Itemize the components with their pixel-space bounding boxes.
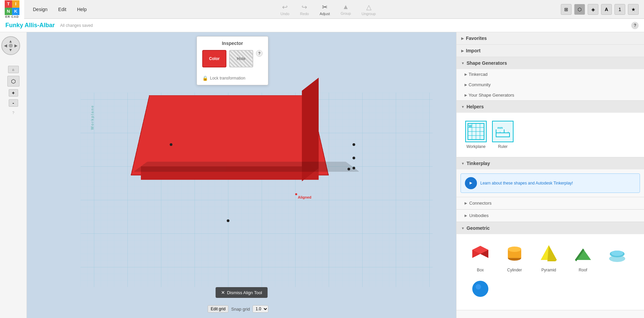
edit-menu-btn[interactable]: Edit [54, 5, 71, 14]
handle-mr[interactable] [353, 157, 355, 159]
geometric-header[interactable]: Geometric [457, 222, 644, 234]
ungroup-btn[interactable]: △ Ungroup [359, 2, 378, 17]
your-generators-subsection[interactable]: Your Shape Generators [457, 90, 644, 100]
box-shape-item[interactable]: Box [465, 242, 495, 272]
sphere2-shape-item[interactable] [465, 276, 495, 302]
adjust-btn[interactable]: ✂ Adjust [317, 2, 333, 17]
design-menu-btn[interactable]: Design [28, 5, 52, 14]
svg-point-23 [508, 247, 521, 252]
favorites-arrow [461, 37, 464, 40]
lock-row: 🔒 Lock transformation [202, 75, 263, 81]
undo-icon: ↩ [282, 3, 288, 11]
help-icon-btn[interactable]: ? [631, 22, 639, 29]
workplane-icon: W [465, 121, 487, 142]
pyramid-shape-item[interactable]: Pyramid [534, 242, 564, 272]
import-header[interactable]: Import [457, 45, 644, 57]
tinkerplay-link[interactable]: Learn about these shapes and Autodesk Ti… [461, 173, 640, 193]
toolbar-right: ⊞ ⬡ ◈ A 1 ★ [561, 4, 644, 15]
wireframe-view-btn[interactable]: ◈ [588, 4, 598, 15]
nav-menu: Design Edit Help [24, 5, 96, 14]
dismiss-x-icon: ✕ [221, 290, 225, 295]
handle-bl[interactable] [227, 219, 229, 222]
grid-view-btn[interactable]: ⊞ [561, 4, 572, 15]
dismiss-label: Dismiss Align Tool [227, 290, 262, 295]
tinkerplay-section: Tinkerplay Learn about these shapes and … [457, 157, 644, 197]
topbar: T I N K ER CAD Design Edit Help ↩ Undo ↪… [0, 0, 644, 19]
dismiss-align-tool-btn[interactable]: ✕ Dismiss Align Tool [216, 287, 268, 298]
unibodies-label: Unibodies [469, 213, 489, 218]
svg-text:W: W [469, 124, 472, 128]
redo-label: Redo [300, 12, 309, 16]
snap-grid-select[interactable]: 0.1 0.5 1.0 2.0 5.0 [253, 305, 268, 313]
your-generators-label: Your Shape Generators [469, 93, 514, 98]
ungroup-label: Ungroup [362, 12, 376, 16]
unibodies-section: Unibodies [457, 210, 644, 222]
font-a-btn[interactable]: A [601, 4, 612, 15]
inspector-help-btn[interactable]: ? [256, 50, 263, 57]
connectors-label: Connectors [469, 201, 491, 206]
svg-rect-11 [496, 133, 509, 137]
logo-n: N [5, 8, 12, 15]
roof-thumb [571, 242, 595, 266]
nav-cube[interactable]: ▲ ▼ ◀ ▶ [1, 36, 25, 60]
redo-icon: ↪ [302, 3, 307, 11]
favorites-header[interactable]: Favorites [457, 32, 644, 44]
tinkercad-subsection[interactable]: Tinkercad [457, 69, 644, 80]
adjust-label: Adjust [320, 12, 330, 16]
project-bar: Funky Allis-Albar All changes saved ? [0, 19, 644, 32]
color-btn[interactable]: Color [202, 50, 226, 67]
shape-generators-header[interactable]: Shape Generators [457, 57, 644, 69]
logo[interactable]: T I N K ER CAD [0, 0, 24, 19]
ruler-item[interactable]: mm Ruler [492, 121, 514, 149]
zoom-out-btn[interactable]: - [9, 99, 18, 107]
connectors-header[interactable]: Connectors [457, 197, 644, 209]
undo-btn[interactable]: ↩ Undo [278, 2, 292, 17]
tinkercad-label: Tinkercad [469, 72, 488, 77]
canvas-area[interactable]: Aligned Inspector Color Hole ? 🔒 Lock tr… [27, 32, 456, 318]
sphere1-shape-item[interactable] [602, 242, 632, 272]
handle-mb[interactable] [347, 168, 350, 170]
community-subsection[interactable]: Community [457, 80, 644, 90]
roof-shape-item[interactable]: Roof [568, 242, 598, 272]
helpers-content: W Workplane [457, 113, 644, 157]
handle-tr[interactable] [353, 143, 355, 146]
3d-view-btn[interactable]: ⬡ [574, 4, 585, 15]
ruler-label: Ruler [498, 144, 508, 149]
left-panel: ▲ ▼ ◀ ▶ ⌂ ⬡ + - ? [0, 32, 27, 318]
tinkercad-arrow [465, 72, 467, 76]
undo-label: Undo [280, 12, 289, 16]
hole-btn[interactable]: Hole [229, 50, 253, 67]
shape-shadow [133, 162, 360, 172]
helpers-header[interactable]: Helpers [457, 101, 644, 113]
handle-br[interactable] [353, 167, 355, 169]
tinkerplay-content: Learn about these shapes and Autodesk Ti… [457, 169, 644, 197]
snap-grid-controls: Edit grid Snap grid 0.1 0.5 1.0 2.0 5.0 [208, 305, 268, 313]
panel-collapse-btn[interactable]: ❯ [456, 168, 457, 182]
star-btn[interactable]: ★ [628, 4, 639, 15]
lock-icon: 🔒 [202, 75, 208, 81]
helpers-grid: W Workplane [461, 117, 639, 153]
help-menu-btn[interactable]: Help [72, 5, 92, 14]
workplane-label: Workplane [466, 144, 485, 149]
group-btn[interactable]: ▲ Group [338, 2, 354, 17]
tinkerplay-arrow [461, 162, 465, 165]
project-name[interactable]: Funky Allis-Albar [5, 22, 55, 29]
inspector-panel: Inspector Color Hole ? 🔒 Lock transforma… [197, 36, 268, 85]
tinkerplay-header[interactable]: Tinkerplay [457, 157, 644, 169]
handle-tl[interactable] [170, 143, 172, 146]
home-view-btn[interactable]: ⌂ [8, 66, 19, 73]
workplane-item[interactable]: W Workplane [465, 121, 487, 149]
connectors-section: Connectors [457, 197, 644, 210]
right-panel: ❯ Favorites Import Shape Generators [456, 32, 644, 318]
cylinder-shape-item[interactable]: Cylinder [499, 242, 530, 272]
perspective-btn[interactable]: ⬡ [7, 76, 19, 87]
number-btn[interactable]: 1 [614, 4, 625, 15]
aligned-label: Aligned [298, 195, 311, 199]
zoom-in-btn[interactable]: + [9, 89, 18, 97]
edit-grid-btn[interactable]: Edit grid [208, 305, 228, 313]
save-status: All changes saved [60, 23, 93, 28]
shape-generators-label: Shape Generators [467, 60, 507, 66]
unibodies-header[interactable]: Unibodies [457, 210, 644, 222]
nav-help: ? [12, 111, 14, 115]
redo-btn[interactable]: ↪ Redo [298, 2, 312, 17]
